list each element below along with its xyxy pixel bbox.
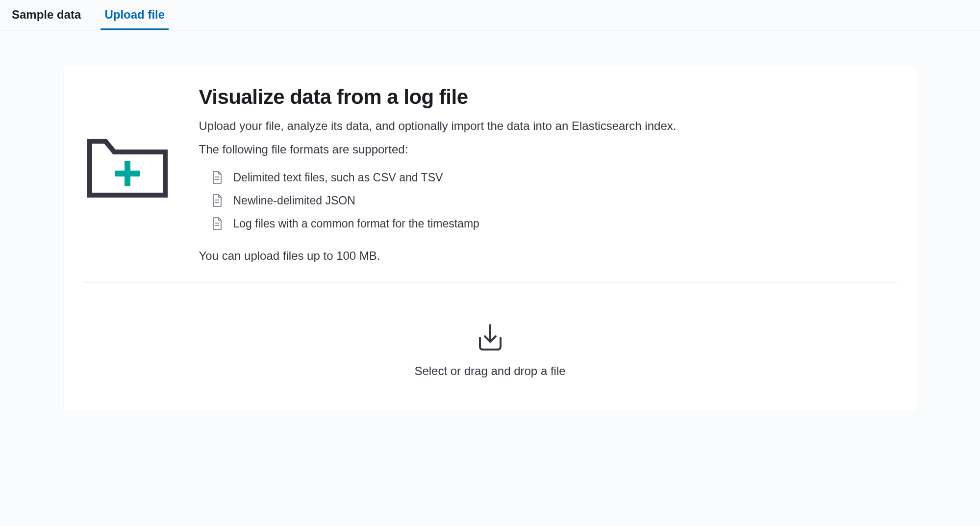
list-item: Delimited text files, such as CSV and TS…: [212, 166, 897, 189]
tab-upload-file[interactable]: Upload file: [101, 0, 169, 30]
subtitle: Upload your file, analyze its data, and …: [199, 118, 897, 135]
format-list: Delimited text files, such as CSV and TS…: [199, 166, 897, 235]
document-icon: [212, 194, 223, 207]
list-item: Log files with a common format for the t…: [212, 212, 897, 235]
format-text: Newline-delimited JSON: [233, 194, 355, 207]
tab-bar: Sample data Upload file: [0, 0, 980, 30]
document-icon: [212, 171, 223, 184]
tab-sample-data[interactable]: Sample data: [8, 0, 85, 30]
format-text: Log files with a common format for the t…: [233, 217, 479, 230]
formats-label: The following file formats are supported…: [199, 143, 897, 156]
dropzone-label: Select or drag and drop a file: [93, 364, 887, 378]
file-dropzone[interactable]: Select or drag and drop a file: [83, 311, 897, 388]
list-item: Newline-delimited JSON: [212, 189, 897, 212]
page-title: Visualize data from a log file: [199, 85, 897, 109]
import-icon: [474, 321, 506, 353]
upload-panel: Visualize data from a log file Upload yo…: [64, 66, 917, 411]
intro-section: Visualize data from a log file Upload yo…: [83, 85, 897, 283]
upload-limit: You can upload files up to 100 MB.: [199, 249, 897, 263]
intro-text: Visualize data from a log file Upload yo…: [199, 85, 897, 263]
document-icon: [212, 217, 223, 230]
format-text: Delimited text files, such as CSV and TS…: [233, 171, 443, 184]
add-folder-icon: [83, 131, 172, 205]
